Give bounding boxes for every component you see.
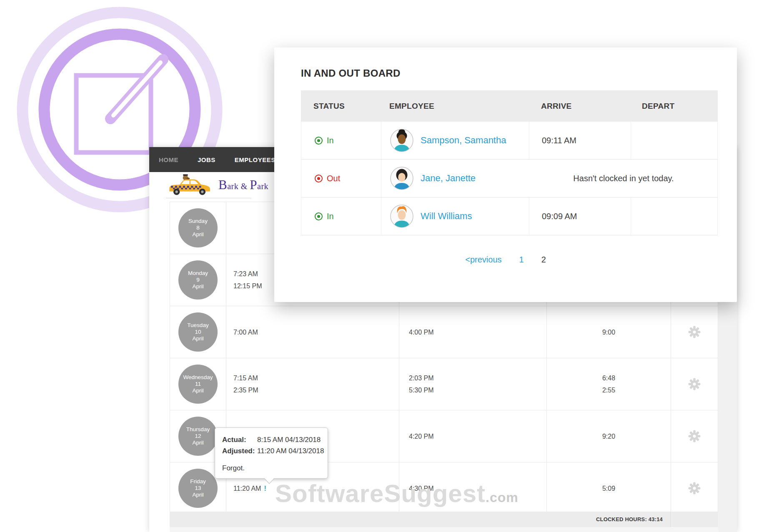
- punch-adjustment-tooltip: Actual:8:15 AM 04/13/2018 Adjusted:11:20…: [215, 427, 328, 479]
- avatar-face: [398, 173, 406, 182]
- logo-text: Bark & Park: [218, 177, 268, 192]
- status-out-icon: [315, 175, 323, 182]
- column-header-depart: DEPART: [630, 102, 718, 111]
- footer-divider: [670, 512, 671, 527]
- punch-flag[interactable]: !: [264, 485, 266, 492]
- edit-square-pen-icon: [76, 60, 163, 152]
- page-2-link[interactable]: 2: [541, 255, 546, 265]
- status-in-icon: [315, 212, 323, 220]
- depart-time: [631, 197, 718, 235]
- tooltip-adjusted-line: Adjusted:11:20 AM 04/13/2018: [222, 445, 321, 457]
- bottom-strip: [170, 527, 718, 532]
- company-logo[interactable]: Bark & Park: [167, 174, 268, 196]
- duration-cell: 9:20: [546, 410, 671, 462]
- column-header-status: STATUS: [301, 102, 381, 111]
- depart-cell: 2:03 PM 5:30 PM: [399, 358, 546, 410]
- dog-taxi-icon: [167, 174, 213, 196]
- gear-icon[interactable]: [688, 377, 701, 391]
- avatar: [390, 128, 414, 152]
- watermark: SoftwareSuggest.com: [275, 479, 519, 508]
- avatar: [390, 204, 414, 228]
- gear-icon[interactable]: [688, 482, 701, 495]
- arrive-time: 09:09 AM: [529, 197, 631, 235]
- arrive-cell: 7:15 AM 2:35 PM: [226, 358, 399, 410]
- day-badge: Monday 9 April: [178, 260, 218, 300]
- employee-cell: Sampson, Samantha: [381, 122, 529, 159]
- day-badge: Tuesday 10 April: [178, 312, 218, 352]
- board-row: Out Jane, Janette Has: [301, 160, 718, 197]
- status-cell: In: [301, 122, 381, 159]
- board-row: In Sampson, Samantha: [301, 122, 718, 160]
- board-row: In Will Williams 09:09 AM: [301, 197, 718, 235]
- status-in-icon: [315, 137, 323, 145]
- gear-icon[interactable]: [688, 325, 701, 339]
- previous-page-link[interactable]: <previous: [465, 255, 501, 265]
- in-and-out-board-card: IN AND OUT BOARD STATUS EMPLOYEE ARRIVE …: [274, 47, 737, 302]
- day-badge: Thursday 12 April: [178, 417, 218, 456]
- nav-item-home[interactable]: HOME: [159, 156, 178, 163]
- employee-name-link[interactable]: Sampson, Samantha: [421, 135, 506, 146]
- board-header: STATUS EMPLOYEE ARRIVE DEPART: [301, 90, 718, 122]
- employee-name-link[interactable]: Will Williams: [421, 211, 472, 222]
- avatar-face: [398, 210, 406, 220]
- avatar: [390, 166, 414, 190]
- avatar-face: [398, 135, 406, 144]
- tooltip-actual-line: Actual:8:15 AM 04/13/2018: [222, 434, 321, 445]
- employee-cell: Jane, Janette: [381, 160, 529, 197]
- arrive-time: 09:11 AM: [529, 122, 631, 159]
- page-1-link[interactable]: 1: [519, 255, 524, 265]
- timesheet-row-wednesday: Wednesday 11 April 7:15 AM 2:35 PM 2:03 …: [170, 358, 718, 410]
- depart-cell: 4:20 PM: [399, 410, 546, 462]
- row-actions-cell: [671, 306, 718, 358]
- row-actions-cell: [671, 358, 718, 410]
- row-actions-cell: [671, 462, 718, 514]
- day-badge: Sunday 8 April: [178, 208, 218, 247]
- not-clocked-in-message: Hasn't clocked in yet today.: [529, 160, 718, 197]
- duration-cell: 5:09: [546, 462, 671, 514]
- board-table: STATUS EMPLOYEE ARRIVE DEPART In: [301, 90, 718, 235]
- status-cell: Out: [301, 160, 381, 197]
- column-header-employee: EMPLOYEE: [381, 102, 529, 111]
- status-cell: In: [301, 197, 381, 235]
- card-title: IN AND OUT BOARD: [301, 67, 401, 79]
- row-actions-cell: [671, 410, 718, 462]
- logo-underline: [166, 198, 251, 198]
- timesheet-footer: CLOCKED HOURS: 43:14: [170, 512, 718, 527]
- duration-cell: 9:00: [546, 306, 671, 358]
- day-badge: Friday 13 April: [178, 469, 218, 508]
- depart-cell: 4:00 PM: [399, 306, 546, 358]
- nav-item-jobs[interactable]: JOBS: [198, 156, 215, 163]
- clocked-hours-total: CLOCKED HOURS: 43:14: [546, 512, 663, 527]
- employee-cell: Will Williams: [381, 197, 529, 235]
- timesheet-row-tuesday: Tuesday 10 April 7:00 AM 4:00 PM 9:00: [170, 306, 718, 358]
- depart-time: [631, 122, 718, 159]
- gear-icon[interactable]: [688, 430, 701, 443]
- arrive-cell: 7:00 AM: [226, 306, 399, 358]
- employee-name-link[interactable]: Jane, Janette: [421, 173, 476, 184]
- pagination: <previous 1 2: [274, 255, 737, 265]
- column-header-arrive: ARRIVE: [529, 102, 630, 111]
- tooltip-note: Forgot.: [222, 464, 321, 473]
- day-badge: Wednesday 11 April: [178, 365, 218, 404]
- screenshot-canvas: HOME JOBS EMPLOYEES: [0, 0, 774, 532]
- nav-item-employees[interactable]: EMPLOYEES: [235, 156, 276, 163]
- duration-cell: 6:48 2:55: [546, 358, 671, 410]
